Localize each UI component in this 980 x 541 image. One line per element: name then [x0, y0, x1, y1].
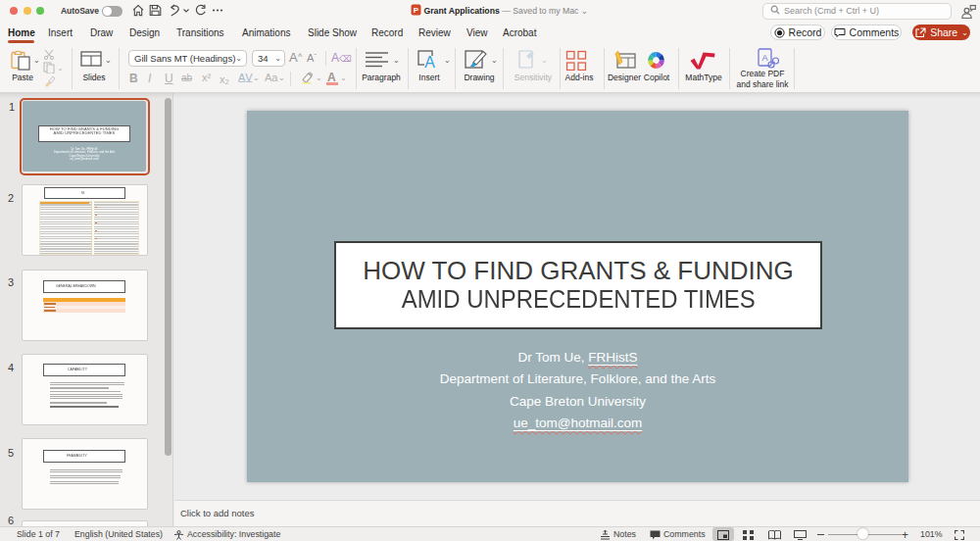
svg-text:A: A [761, 53, 767, 63]
svg-text:P: P [414, 5, 419, 14]
svg-text:A: A [424, 54, 435, 71]
